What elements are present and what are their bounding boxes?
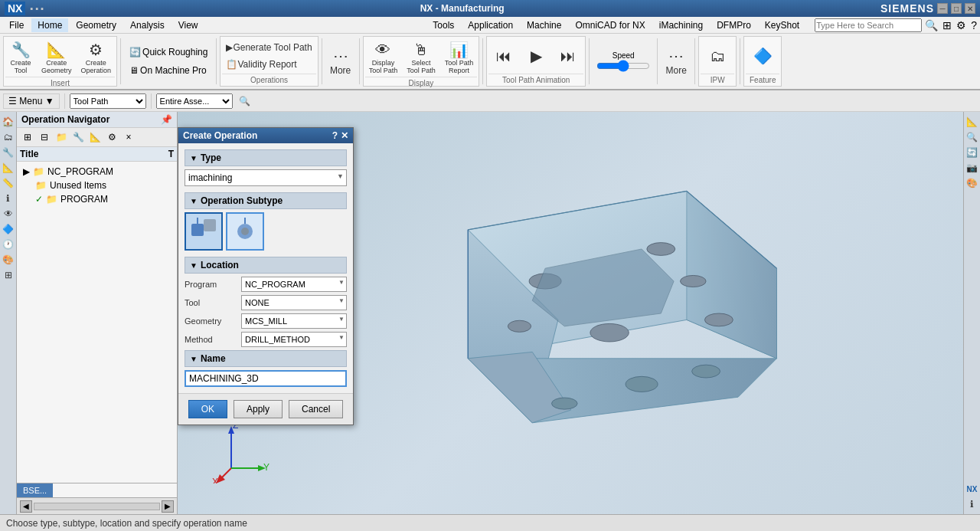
op-nav-machine-view-btn[interactable]: 🔧 (70, 129, 86, 145)
on-machine-btn[interactable]: 🖥 On Machine Pro (124, 63, 213, 78)
generate-tool-path-btn[interactable]: ▶ Generate Tool Path (222, 40, 315, 55)
display-tp-label: DisplayTool Path (369, 59, 398, 74)
name-section-header[interactable]: ▼ Name (185, 350, 347, 367)
cancel-button[interactable]: Cancel (289, 400, 343, 418)
filter-icon[interactable]: 🔍 (239, 96, 250, 107)
type-select[interactable]: imachining mill_contour mill_multi_axis … (185, 169, 347, 186)
ribbon-group-anim-content: ⏮ ▶ ⏭ (488, 38, 583, 74)
create-tool-btn[interactable]: 🔧 CreateTool (5, 38, 36, 77)
scroll-left-btn[interactable]: ◀ (20, 500, 32, 513)
right-sidebar-icon-2[interactable]: 🔍 (965, 130, 979, 144)
op-nav-table-header: Title T (17, 147, 177, 162)
subtype-btn-2[interactable] (226, 212, 264, 251)
dialog-close-icon[interactable]: ✕ (341, 130, 348, 141)
minimize-button[interactable]: ─ (937, 3, 948, 14)
op-nav-program-view-btn[interactable]: 📁 (54, 129, 69, 145)
search-input[interactable] (815, 18, 922, 32)
right-sidebar-icon-4[interactable]: 📷 (965, 161, 979, 175)
create-geometry-btn[interactable]: 📐 CreateGeometry (38, 38, 76, 77)
right-sidebar-info-icon[interactable]: ℹ (965, 497, 979, 511)
sidebar-shape-icon[interactable]: 🔷 (2, 222, 15, 236)
op-nav-geometry-view-btn[interactable]: 📐 (87, 129, 103, 145)
scroll-right-btn[interactable]: ▶ (162, 500, 174, 513)
sidebar-view-icon[interactable]: 👁 (2, 207, 15, 221)
quick-roughing-btn[interactable]: 🔄 Quick Roughing (124, 44, 213, 60)
menu-machine[interactable]: Machine (521, 18, 567, 32)
sidebar-tools-icon[interactable]: 🔧 (2, 146, 15, 159)
ipw-icon: 🗂 (710, 47, 725, 65)
geometry-select[interactable]: MCS_MILL (241, 313, 347, 329)
question-icon[interactable]: ? (971, 19, 977, 31)
more-btn[interactable]: ⋯ More (325, 44, 356, 78)
apply-button[interactable]: Apply (234, 400, 283, 418)
op-nav-collapse-btn[interactable]: ⊟ (37, 129, 52, 145)
right-sidebar-icon-1[interactable]: 📐 (965, 115, 979, 129)
validity-report-btn[interactable]: 📋 Validity Report (222, 57, 315, 72)
sidebar-nav-icon[interactable]: 🗂 (2, 130, 15, 144)
tree-item-unused[interactable]: 📁 Unused Items (32, 179, 174, 192)
on-machine-label: On Machine Pro (140, 65, 207, 76)
sidebar-palette-icon[interactable]: 🎨 (2, 253, 15, 267)
name-input[interactable] (185, 370, 347, 387)
geometry-select-wrap: MCS_MILL (241, 313, 347, 329)
svg-point-7 (508, 320, 531, 332)
sidebar-info-icon[interactable]: ℹ (2, 192, 15, 205)
more-right-btn[interactable]: ⋯ More (661, 44, 691, 78)
speed-slider[interactable] (596, 60, 650, 72)
anim-fwd-btn[interactable]: ⏭ (553, 44, 583, 67)
maximize-button[interactable]: □ (951, 3, 962, 14)
tool-path-report-btn[interactable]: 📊 Tool PathReport (441, 38, 478, 77)
feature-btn[interactable]: 🔷 (747, 44, 778, 67)
op-nav-pin-icon[interactable]: 📌 (161, 114, 172, 125)
right-sidebar: 📐 🔍 🔄 📷 🎨 NX ℹ (963, 112, 980, 514)
sidebar-clock-icon[interactable]: 🕐 (2, 238, 15, 251)
display-tool-path-btn[interactable]: 👁 DisplayTool Path (365, 38, 402, 77)
assembly-filter-select[interactable]: Entire Asse... (156, 93, 233, 109)
close-button[interactable]: ✕ (965, 3, 975, 14)
type-section-header[interactable]: ▼ Type (185, 149, 347, 166)
anim-back-btn[interactable]: ⏮ (488, 44, 519, 67)
left-sidebar: 🏠 🗂 🔧 📐 📏 ℹ 👁 🔷 🕐 🎨 ⊞ (0, 112, 17, 514)
subtype-btn-1[interactable] (185, 212, 223, 251)
tree-item-nc-program[interactable]: ▶ 📁 NC_PROGRAM (20, 165, 174, 179)
menu-analysis[interactable]: Analysis (124, 18, 171, 32)
menu-home[interactable]: Home (31, 18, 68, 32)
sidebar-measure-icon[interactable]: 📏 (2, 176, 15, 190)
ipw-btn[interactable]: 🗂 (702, 44, 733, 67)
help-expand-icon[interactable]: ⊞ (942, 19, 952, 31)
create-tool-label: CreateTool (10, 59, 31, 74)
right-sidebar-icon-5[interactable]: 🎨 (965, 176, 979, 190)
select-tool-path-btn[interactable]: 🖱 SelectTool Path (403, 38, 439, 77)
anim-play-btn[interactable]: ▶ (521, 44, 551, 67)
settings-icon[interactable]: ⚙ (956, 19, 966, 31)
menu-file[interactable]: File (3, 18, 30, 32)
sidebar-home-icon[interactable]: 🏠 (2, 115, 15, 129)
menu-geometry[interactable]: Geometry (70, 18, 122, 32)
search-icon[interactable]: 🔍 (925, 19, 938, 31)
bse-tab[interactable]: BSE... (17, 483, 53, 497)
right-sidebar-icon-3[interactable]: 🔄 (965, 146, 979, 159)
tool-select[interactable]: NONE (241, 295, 347, 310)
ok-button[interactable]: OK (188, 400, 227, 418)
op-nav-method-view-btn[interactable]: ⚙ (104, 129, 119, 145)
create-operation-btn[interactable]: ⚙ CreateOperation (77, 38, 116, 77)
method-select[interactable]: DRILL_METHOD MILL_METHOD (241, 332, 347, 347)
sidebar-geometry-icon[interactable]: 📐 (2, 161, 15, 175)
menu-application[interactable]: Application (462, 18, 519, 32)
dialog-help-icon[interactable]: ? (332, 130, 338, 141)
sidebar-grid-icon[interactable]: ⊞ (2, 268, 15, 282)
menu-tools[interactable]: Tools (426, 18, 460, 32)
op-nav-delete-btn[interactable]: × (121, 129, 136, 145)
menu-view[interactable]: View (172, 18, 204, 32)
menu-dfmpro[interactable]: DFMPro (710, 18, 757, 32)
menu-imachining[interactable]: iMachining (653, 18, 709, 32)
program-select[interactable]: NC_PROGRAM (241, 277, 347, 292)
subtype-section-header[interactable]: ▼ Operation Subtype (185, 192, 347, 209)
op-nav-expand-btn[interactable]: ⊞ (20, 129, 35, 145)
menu-omnicad[interactable]: OmniCAD for NX (569, 18, 651, 32)
tree-item-program[interactable]: ✓ 📁 PROGRAM (32, 192, 174, 206)
menu-dropdown-btn[interactable]: ☰ Menu ▼ (3, 93, 60, 109)
menu-keyshot[interactable]: KeyShot (759, 18, 805, 32)
tool-path-select[interactable]: Tool Path (70, 93, 146, 109)
location-section-header[interactable]: ▼ Location (185, 257, 347, 274)
